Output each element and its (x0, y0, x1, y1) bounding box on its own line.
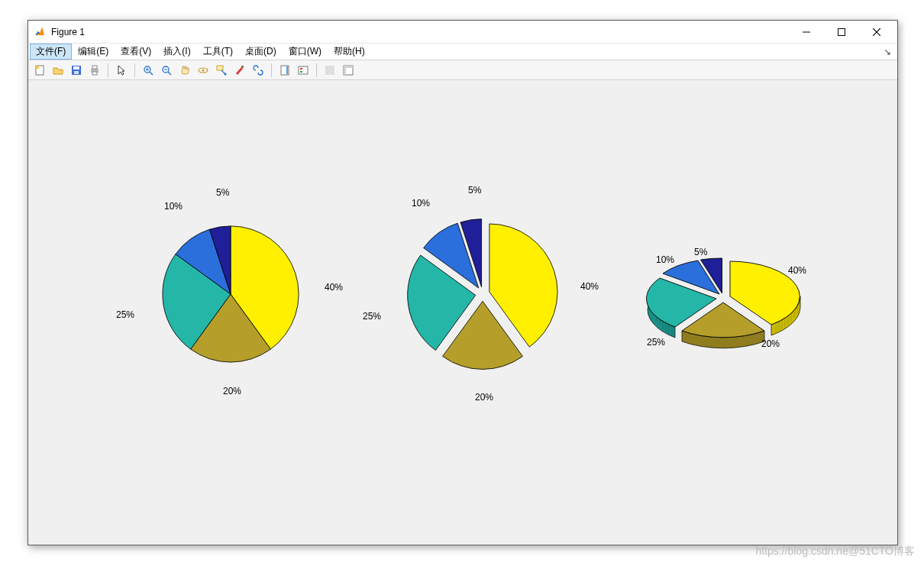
menu-edit[interactable]: 编辑(E) (72, 44, 115, 60)
axes-pie-2[interactable]: 40% 20% 25% 10% 5% (357, 187, 609, 401)
svg-point-5 (36, 65, 39, 68)
watermark: https://blog.csdn.ne@51CTO博客 (756, 545, 916, 558)
matlab-icon (34, 26, 47, 38)
svg-rect-27 (299, 66, 308, 74)
pie2-label-5: 5% (468, 185, 481, 196)
menu-window[interactable]: 窗口(W) (283, 44, 328, 60)
brush-icon[interactable] (231, 62, 248, 79)
svg-point-20 (202, 69, 205, 71)
window-title: Figure 1 (51, 27, 85, 37)
menu-tools[interactable]: 工具(T) (197, 44, 239, 60)
figure-area: 40% 20% 25% 10% 5% (28, 80, 897, 545)
data-cursor-icon[interactable] (213, 62, 230, 79)
figure-window: Figure 1 文件(F) 编辑(E) 查看(V) 插入(I) 工具(T) 桌… (27, 20, 898, 545)
menubar: 文件(F) 编辑(E) 查看(V) 插入(I) 工具(T) 桌面(D) 窗口(W… (28, 44, 897, 60)
pie3-label-40: 40% (788, 265, 806, 276)
window-controls (789, 21, 894, 43)
menu-chevron-icon[interactable]: ↘ (884, 47, 896, 57)
insert-legend-icon[interactable] (295, 62, 312, 79)
svg-point-23 (225, 73, 227, 75)
axes-pie-1[interactable]: 40% 20% 25% 10% 5% (105, 187, 357, 401)
svg-rect-1 (838, 28, 845, 35)
pie2-label-20: 20% (475, 392, 493, 403)
maximize-button[interactable] (824, 21, 859, 43)
menu-help[interactable]: 帮助(H) (328, 44, 371, 60)
svg-line-13 (150, 72, 153, 75)
menu-view[interactable]: 查看(V) (115, 44, 157, 60)
menu-desktop[interactable]: 桌面(D) (239, 44, 283, 60)
svg-rect-8 (74, 71, 79, 74)
svg-rect-11 (92, 72, 97, 75)
link-axes-icon[interactable] (250, 62, 267, 79)
pan-icon[interactable] (176, 62, 193, 79)
minimize-button[interactable] (789, 21, 824, 43)
pie1-label-40: 40% (325, 282, 343, 293)
save-icon[interactable] (68, 62, 85, 79)
pie1-label-10: 10% (164, 201, 183, 212)
show-plot-tools-icon[interactable] (340, 62, 357, 79)
rotate3d-icon[interactable] (195, 62, 212, 79)
pie3-label-25: 25% (647, 337, 665, 348)
pie3-label-10: 10% (656, 254, 674, 265)
print-icon[interactable] (86, 62, 103, 79)
zoom-in-icon[interactable] (140, 62, 157, 79)
zoom-out-icon[interactable] (158, 62, 175, 79)
svg-rect-7 (73, 66, 79, 70)
svg-rect-30 (325, 66, 334, 75)
svg-rect-33 (344, 66, 346, 75)
insert-colorbar-icon[interactable] (276, 62, 293, 79)
titlebar: Figure 1 (28, 21, 897, 44)
pie1-label-5: 5% (216, 187, 229, 198)
svg-rect-10 (92, 66, 97, 69)
svg-rect-24 (241, 66, 244, 68)
open-icon[interactable] (50, 62, 66, 79)
svg-rect-21 (217, 66, 223, 70)
svg-rect-28 (300, 68, 302, 70)
axes-pie-3[interactable]: 40% 20% 25% 10% 5% (624, 233, 822, 363)
new-figure-icon[interactable] (31, 62, 48, 79)
pie3-label-20: 20% (761, 338, 780, 349)
hide-plot-tools-icon[interactable] (321, 62, 338, 79)
svg-rect-29 (300, 71, 302, 73)
pie3-label-5: 5% (694, 247, 707, 257)
close-button[interactable] (859, 21, 894, 43)
svg-line-17 (168, 72, 171, 75)
pie1-label-25: 25% (116, 309, 134, 320)
svg-rect-26 (286, 66, 288, 74)
pie2-label-40: 40% (580, 281, 599, 292)
pie1-label-20: 20% (223, 386, 241, 396)
pie2-label-10: 10% (412, 198, 430, 209)
toolbar (28, 60, 897, 80)
pie2-label-25: 25% (363, 311, 381, 322)
menu-file[interactable]: 文件(F) (30, 44, 72, 60)
pointer-icon[interactable] (113, 62, 130, 79)
menu-insert[interactable]: 插入(I) (157, 44, 196, 60)
